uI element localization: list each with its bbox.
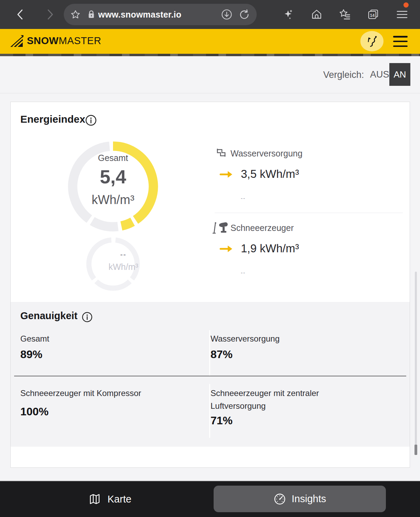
accuracy-cell-value: 87% [211, 348, 233, 361]
comparison-donut-value: -- [120, 250, 126, 258]
accuracy-cell-label: Schneeerzeuger mit zentraler Luftversorg… [211, 387, 324, 412]
info-icon[interactable] [82, 312, 93, 323]
url-text[interactable]: www.snowmaster.io [98, 10, 181, 20]
browser-forward-button[interactable] [44, 8, 56, 21]
reload-icon[interactable] [239, 9, 250, 20]
energy-title: Energieindex [20, 113, 85, 125]
scrollbar-track[interactable] [415, 272, 417, 454]
screen: www.snowmaster.io [0, 0, 420, 517]
browser-back-button[interactable] [14, 8, 26, 21]
compare-off-button[interactable]: AUS [368, 63, 389, 86]
snow-lance-icon [212, 221, 217, 234]
energy-card: Energieindex Gesamt 5,4 kWh/m³ -- kWh/m³… [10, 102, 410, 468]
slalom-course-icon [366, 35, 379, 48]
bookmark-star-icon[interactable] [71, 10, 80, 19]
bottom-navigation: Karte Insights [0, 481, 420, 517]
accuracy-cell-label: Gesamt [20, 332, 49, 345]
chevron-right-icon [44, 8, 56, 21]
accuracy-cell-label: Wasserversorgung [211, 332, 280, 345]
accuracy-cell-value: 89% [20, 348, 42, 361]
notification-dot [403, 2, 409, 8]
address-bar[interactable]: www.snowmaster.io [64, 4, 257, 25]
compare-on-button[interactable]: AN [389, 63, 410, 86]
home-icon[interactable] [311, 9, 322, 20]
donut-center-value: 5,4 [100, 166, 126, 188]
accuracy-cell-value: 100% [20, 405, 49, 418]
accuracy-cell-label: Schneeerzeuger mit Kompressor [20, 387, 141, 399]
slope-mode-button[interactable] [360, 31, 383, 51]
water-pipes-icon [216, 148, 229, 160]
snow-producer-value: 1,9 kWh/m³ [241, 242, 299, 255]
column-divider [209, 330, 210, 376]
lock-icon [87, 10, 95, 19]
row-divider [215, 213, 403, 213]
donut-center-text: Gesamt 5,4 kWh/m³ [68, 153, 158, 207]
insights-button-label: Insights [292, 493, 326, 505]
download-icon[interactable] [221, 9, 233, 20]
row-divider [14, 376, 406, 376]
accuracy-cell-value: 71% [211, 414, 233, 427]
snowmaster-logo-icon[interactable] [8, 34, 25, 48]
section-divider [0, 93, 420, 93]
comparison-donut-center-text: -- kWh/m³ [79, 250, 168, 272]
browser-toolbar: www.snowmaster.io [0, 0, 420, 29]
comparison-donut-unit: kWh/m³ [109, 262, 138, 272]
arrow-right-icon [219, 170, 233, 179]
arrow-right-icon [219, 244, 233, 253]
bookmarks-list-icon[interactable] [339, 9, 351, 20]
collapsed-content-strip [0, 54, 420, 56]
donut-center-unit: kWh/m³ [92, 193, 134, 207]
map-tab-label: Karte [107, 494, 131, 505]
water-supply-label: Wasserversorgung [231, 149, 303, 159]
accuracy-title: Genauigkeit [20, 310, 78, 322]
water-supply-secondary: -- [241, 195, 246, 201]
column-divider [209, 384, 210, 438]
scrollbar-thumb[interactable] [414, 445, 417, 455]
accuracy-section: Genauigkeit Gesamt 89% Wasserversorgung … [11, 302, 410, 447]
brand-bold: SNOW [27, 35, 59, 46]
map-tab[interactable]: Karte [87, 481, 133, 517]
chevron-left-icon [14, 8, 26, 21]
brand-light: MASTER [59, 35, 101, 46]
snow-cannon-icon [218, 221, 229, 234]
browser-icon-cluster: 14 [283, 0, 408, 29]
gauge-icon [274, 493, 286, 505]
browser-menu-icon[interactable] [396, 9, 408, 20]
brand-title[interactable]: SNOWMASTER [27, 35, 101, 47]
tabs-icon[interactable]: 14 [367, 9, 380, 20]
snow-producer-label: Schneeerzeuger [231, 223, 294, 233]
insights-button[interactable]: Insights [214, 486, 386, 512]
map-icon [89, 493, 102, 505]
ai-sparkle-icon[interactable] [283, 8, 295, 21]
snow-gun-icons [212, 221, 229, 234]
snow-producer-secondary: -- [241, 270, 246, 275]
compare-label: Vergleich: [323, 70, 364, 80]
app-header: SNOWMASTER [0, 29, 420, 54]
water-supply-value: 3,5 kWh/m³ [241, 168, 299, 181]
tab-count: 14 [370, 13, 375, 18]
app-menu-icon[interactable] [393, 36, 408, 47]
info-icon[interactable] [85, 114, 97, 126]
donut-center-label: Gesamt [98, 153, 128, 163]
